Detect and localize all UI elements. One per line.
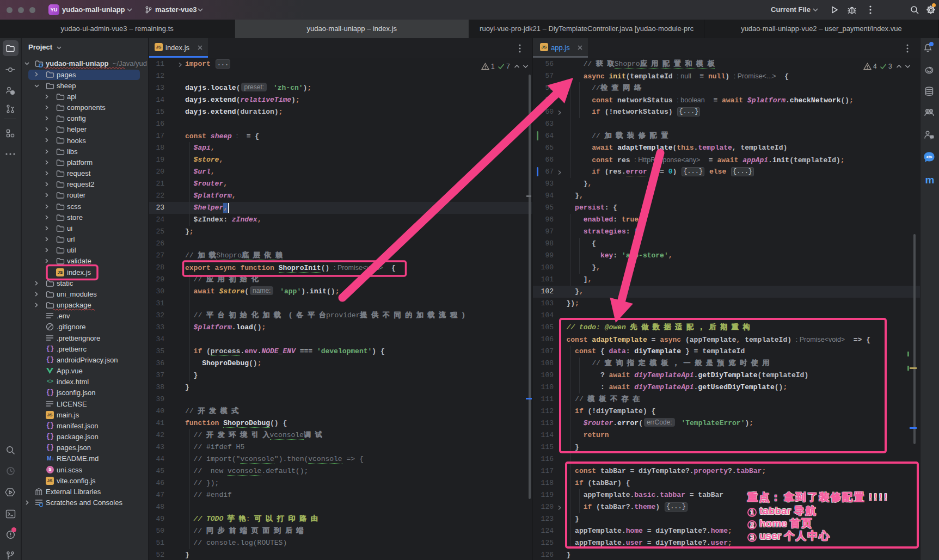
svg-text:?: ? bbox=[11, 91, 14, 95]
svg-text:</>: </> bbox=[926, 155, 932, 159]
